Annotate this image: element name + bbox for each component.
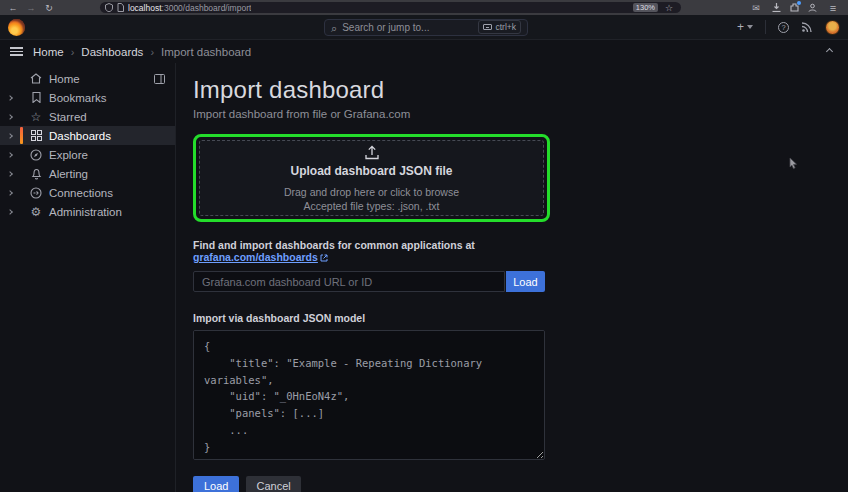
chevron-up-icon[interactable]	[826, 48, 833, 55]
upload-dropzone[interactable]: Upload dashboard JSON file Drag and drop…	[199, 140, 544, 216]
user-avatar[interactable]	[825, 20, 840, 35]
page-info-icon[interactable]	[117, 3, 124, 12]
breadcrumb: Home Dashboards Import dashboard	[33, 46, 251, 58]
browser-menu-icon[interactable]	[826, 2, 840, 14]
nav-divider	[765, 20, 766, 34]
chevron-right-icon[interactable]	[7, 95, 13, 101]
dashboards-grid-icon	[31, 130, 42, 141]
help-icon[interactable]	[778, 22, 789, 33]
chevron-right-icon[interactable]	[7, 171, 13, 177]
sidebar-item-connections[interactable]: Connections	[0, 183, 175, 202]
sidebar-item-starred[interactable]: Starred	[0, 107, 175, 126]
main-content: Import dashboard Import dashboard from f…	[176, 63, 848, 492]
home-icon	[30, 73, 42, 84]
bookmark-icon	[32, 92, 41, 103]
chevron-right-icon[interactable]	[7, 133, 13, 139]
breadcrumb-separator-icon	[71, 46, 75, 58]
keyboard-icon	[483, 24, 492, 30]
upload-hint: Drag and drop here or click to browse	[284, 186, 459, 198]
external-link-icon	[320, 252, 328, 264]
json-model-textarea[interactable]	[193, 330, 545, 460]
browser-reload-icon[interactable]	[42, 3, 56, 13]
downloads-icon[interactable]	[772, 3, 781, 12]
url-text: localhost:3000/dashboard/import	[128, 3, 251, 13]
upload-title: Upload dashboard JSON file	[290, 164, 452, 178]
gcom-url-input[interactable]	[193, 271, 505, 292]
sidebar-item-explore[interactable]: Explore	[0, 145, 175, 164]
page-title: Import dashboard	[193, 76, 848, 104]
gcom-import-section: Find and import dashboards for common ap…	[193, 239, 545, 292]
browser-zoom-badge[interactable]: 130%	[633, 3, 658, 12]
chevron-right-icon[interactable]	[7, 114, 13, 120]
highlight-annotation-box: Upload dashboard JSON file Drag and drop…	[193, 134, 550, 222]
load-button[interactable]: Load	[193, 476, 239, 492]
grafana-top-nav: Search or jump to... ctrl+k	[0, 15, 848, 40]
browser-url-bar[interactable]: localhost:3000/dashboard/import 130%	[100, 2, 681, 13]
search-placeholder: Search or jump to...	[342, 22, 473, 33]
gcom-load-button[interactable]: Load	[506, 271, 545, 292]
page-subtitle: Import dashboard from file or Grafana.co…	[193, 108, 848, 120]
gcom-dashboards-link[interactable]: grafana.com/dashboards	[193, 251, 318, 263]
bookmark-star-icon[interactable]	[662, 3, 676, 13]
cancel-button[interactable]: Cancel	[246, 476, 300, 492]
sidebar-item-administration[interactable]: Administration	[0, 202, 175, 221]
json-model-label: Import via dashboard JSON model	[193, 312, 545, 324]
breadcrumb-home[interactable]: Home	[33, 46, 64, 58]
sidebar-item-bookmarks[interactable]: Bookmarks	[0, 88, 175, 107]
compass-icon	[30, 149, 42, 161]
search-icon	[331, 18, 337, 36]
news-rss-icon[interactable]	[801, 22, 813, 33]
browser-forward-icon[interactable]	[24, 3, 38, 13]
chevron-right-icon[interactable]	[7, 190, 13, 196]
extension-badge-dot	[797, 1, 801, 5]
breadcrumb-bar: Home Dashboards Import dashboard	[0, 40, 848, 63]
footer-actions: Load Cancel	[193, 476, 848, 492]
breadcrumb-dashboards[interactable]: Dashboards	[81, 46, 143, 58]
sidebar-item-dashboards[interactable]: Dashboards	[0, 126, 175, 145]
shortcut-label: ctrl+k	[495, 22, 516, 32]
bell-icon	[31, 168, 42, 180]
chevron-down-icon	[747, 25, 753, 29]
account-icon[interactable]	[808, 3, 817, 12]
dock-menu-icon[interactable]	[154, 74, 165, 84]
chevron-right-icon[interactable]	[7, 209, 13, 215]
chevron-right-icon[interactable]	[7, 152, 13, 158]
sidebar-item-alerting[interactable]: Alerting	[0, 164, 175, 183]
grafana-logo-icon[interactable]	[8, 19, 25, 36]
pocket-icon[interactable]	[749, 3, 763, 13]
upload-icon	[364, 145, 380, 160]
search-input[interactable]: Search or jump to... ctrl+k	[324, 19, 528, 36]
breadcrumb-separator-icon	[150, 46, 154, 58]
gcom-label: Find and import dashboards for common ap…	[193, 239, 545, 264]
breadcrumb-current: Import dashboard	[161, 46, 251, 58]
upload-accepted-types: Accepted file types: .json, .txt	[304, 200, 440, 212]
json-import-section: Import via dashboard JSON model	[193, 312, 545, 464]
browser-back-icon[interactable]	[6, 3, 20, 13]
new-menu-button[interactable]	[737, 20, 753, 34]
extensions-icon[interactable]	[790, 3, 799, 12]
mega-menu-toggle-icon[interactable]	[10, 47, 23, 56]
browser-toolbar: localhost:3000/dashboard/import 130%	[0, 0, 848, 15]
sidebar-item-home[interactable]: Home	[0, 69, 175, 88]
search-shortcut-badge: ctrl+k	[478, 20, 521, 34]
nav-sidebar: Home Bookmarks Starred Dashboards Explor…	[0, 63, 176, 492]
connections-icon	[30, 187, 42, 199]
plus-icon	[737, 20, 744, 34]
shield-icon	[105, 3, 113, 12]
gear-icon	[31, 205, 42, 219]
star-icon	[31, 110, 42, 124]
